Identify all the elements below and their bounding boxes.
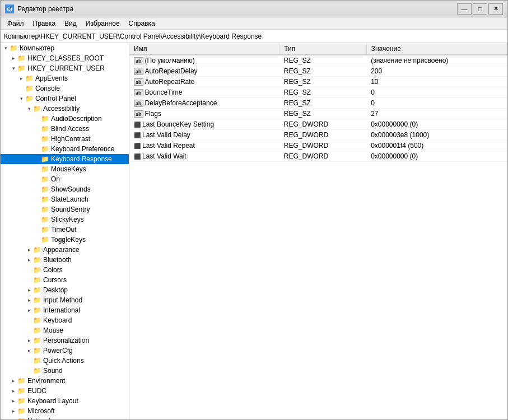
expand-icon-slatelaunch[interactable] bbox=[33, 195, 41, 203]
expand-icon-togglekeys[interactable] bbox=[33, 236, 41, 244]
expand-icon-appevents[interactable]: ▸ bbox=[17, 74, 25, 82]
expand-icon-bluetooth[interactable]: ▸ bbox=[25, 256, 33, 264]
table-row[interactable]: ab(По умолчанию)REG_SZ(значение не присв… bbox=[129, 55, 507, 66]
table-row[interactable]: abBounceTimeREG_SZ0 bbox=[129, 87, 507, 98]
expand-icon-personalization[interactable]: ▸ bbox=[25, 337, 33, 344]
tree-node-hkcu[interactable]: ▾📁HKEY_CURRENT_USER bbox=[1, 63, 129, 73]
expand-icon-console[interactable] bbox=[17, 85, 25, 92]
expand-icon-keyboard[interactable] bbox=[25, 316, 33, 324]
expand-icon-audiodescription[interactable] bbox=[33, 115, 41, 123]
expand-icon-mouse[interactable] bbox=[25, 326, 33, 334]
tree-node-international[interactable]: ▸📁International bbox=[1, 305, 129, 315]
expand-icon-inputmethod[interactable]: ▸ bbox=[25, 296, 33, 304]
expand-icon-eudc[interactable]: ▸ bbox=[10, 387, 17, 395]
tree-node-mouse[interactable]: 📁Mouse bbox=[1, 325, 129, 335]
tree-node-keyboardlayout[interactable]: ▸📁Keyboard Layout bbox=[1, 396, 129, 406]
table-row[interactable]: abAutoRepeatRateREG_SZ10 bbox=[129, 77, 507, 87]
menu-help[interactable]: Справка bbox=[124, 18, 160, 29]
menu-file[interactable]: Файл bbox=[3, 18, 29, 29]
tree-node-keyboard[interactable]: 📁Keyboard bbox=[1, 315, 129, 325]
menu-view[interactable]: Вид bbox=[60, 18, 81, 29]
tree-node-timeout[interactable]: 📁TimeOut bbox=[1, 225, 129, 235]
tree-node-blindaccess[interactable]: 📁Blind Access bbox=[1, 124, 129, 134]
expand-icon-accessibility[interactable]: ▾ bbox=[25, 105, 33, 113]
tree-node-inputmethod[interactable]: ▸📁Input Method bbox=[1, 295, 129, 305]
tree-node-on[interactable]: 📁On bbox=[1, 174, 129, 184]
col-name[interactable]: Имя bbox=[129, 43, 279, 55]
expand-icon-highcontrast[interactable] bbox=[33, 135, 41, 143]
expand-icon-showsounds[interactable] bbox=[33, 185, 41, 193]
tree-panel[interactable]: ▾📁Компьютер▸📁HKEY_CLASSES_ROOT▾📁HKEY_CUR… bbox=[1, 43, 129, 419]
tree-node-console[interactable]: 📁Console bbox=[1, 83, 129, 94]
table-row[interactable]: abFlagsREG_SZ27 bbox=[129, 109, 507, 119]
tree-node-keyboardpreference[interactable]: 📁Keyboard Preference bbox=[1, 144, 129, 154]
tree-node-sound[interactable]: 📁Sound bbox=[1, 366, 129, 376]
menu-favorites[interactable]: Избранное bbox=[81, 18, 124, 29]
tree-node-bluetooth[interactable]: ▸📁Bluetooth bbox=[1, 255, 129, 265]
expand-icon-powercfg[interactable]: ▸ bbox=[25, 347, 33, 354]
expand-icon-network[interactable]: ▸ bbox=[10, 417, 17, 419]
tree-node-colors[interactable]: 📁Colors bbox=[1, 265, 129, 275]
tree-node-eudc[interactable]: ▸📁EUDC bbox=[1, 386, 129, 396]
expand-icon-on[interactable] bbox=[33, 175, 41, 183]
expand-icon-mousekeys[interactable] bbox=[33, 165, 41, 173]
tree-node-hkcr[interactable]: ▸📁HKEY_CLASSES_ROOT bbox=[1, 53, 129, 63]
expand-icon-colors[interactable] bbox=[25, 266, 33, 274]
maximize-button[interactable]: □ bbox=[473, 3, 487, 15]
tree-node-controlpanel[interactable]: ▾📁Control Panel bbox=[1, 94, 129, 104]
tree-node-powercfg[interactable]: ▸📁PowerCfg bbox=[1, 346, 129, 356]
table-row[interactable]: ⬛Last Valid WaitREG_DWORD0x00000000 (0) bbox=[129, 151, 507, 162]
tree-node-personalization[interactable]: ▸📁Personalization bbox=[1, 335, 129, 346]
expand-icon-cursors[interactable] bbox=[25, 276, 33, 284]
tree-node-highcontrast[interactable]: 📁HighContrast bbox=[1, 134, 129, 144]
expand-icon-microsoft[interactable]: ▸ bbox=[10, 407, 17, 415]
tree-node-keyboardresponse[interactable]: 📁Keyboard Response bbox=[1, 154, 129, 164]
expand-icon-keyboardresponse[interactable] bbox=[33, 155, 41, 163]
expand-icon-soundsentry[interactable] bbox=[33, 206, 41, 213]
tree-node-slatelaunch[interactable]: 📁SlateLaunch bbox=[1, 194, 129, 204]
expand-icon-environment[interactable]: ▸ bbox=[10, 377, 17, 385]
tree-node-audiodescription[interactable]: 📁AudioDescription bbox=[1, 114, 129, 124]
tree-node-microsoft[interactable]: ▸📁Microsoft bbox=[1, 406, 129, 416]
expand-icon-hkcr[interactable]: ▸ bbox=[10, 54, 17, 62]
expand-icon-keyboardpreference[interactable] bbox=[33, 145, 41, 153]
tree-node-showsounds[interactable]: 📁ShowSounds bbox=[1, 184, 129, 194]
expand-icon-quickactions[interactable] bbox=[25, 357, 33, 365]
expand-icon-appearance[interactable]: ▸ bbox=[25, 246, 33, 254]
tree-node-quickactions[interactable]: 📁Quick Actions bbox=[1, 356, 129, 366]
expand-icon-international[interactable]: ▸ bbox=[25, 306, 33, 314]
table-row[interactable]: ⬛Last Valid RepeatREG_DWORD0x000001f4 (5… bbox=[129, 141, 507, 151]
close-button[interactable]: ✕ bbox=[488, 3, 503, 15]
tree-node-accessibility[interactable]: ▾📁Accessibility bbox=[1, 104, 129, 114]
tree-node-environment[interactable]: ▸📁Environment bbox=[1, 376, 129, 386]
expand-icon-sound[interactable] bbox=[25, 367, 33, 375]
folder-icon-accessibility: 📁 bbox=[33, 105, 41, 113]
tree-node-appearance[interactable]: ▸📁Appearance bbox=[1, 245, 129, 255]
menu-edit[interactable]: Правка bbox=[29, 18, 60, 29]
expand-icon-hkcu[interactable]: ▾ bbox=[10, 64, 17, 72]
tree-node-togglekeys[interactable]: 📁ToggleKeys bbox=[1, 235, 129, 245]
table-row[interactable]: abDelayBeforeAcceptanceREG_SZ0 bbox=[129, 98, 507, 109]
tree-node-network[interactable]: ▸📁Network bbox=[1, 416, 129, 419]
cell-value-6: 0x00000000 (0) bbox=[366, 119, 507, 130]
expand-icon-computer[interactable]: ▾ bbox=[2, 44, 10, 52]
tree-node-stickykeys[interactable]: 📁StickyKeys bbox=[1, 214, 129, 225]
tree-node-mousekeys[interactable]: 📁MouseKeys bbox=[1, 164, 129, 174]
table-row[interactable]: ⬛Last BounceKey SettingREG_DWORD0x000000… bbox=[129, 119, 507, 130]
col-type[interactable]: Тип bbox=[279, 43, 366, 55]
expand-icon-blindaccess[interactable] bbox=[33, 125, 41, 133]
tree-node-cursors[interactable]: 📁Cursors bbox=[1, 275, 129, 285]
expand-icon-keyboardlayout[interactable]: ▸ bbox=[10, 397, 17, 405]
expand-icon-desktop[interactable]: ▸ bbox=[25, 286, 33, 294]
tree-node-appevents[interactable]: ▸📁AppEvents bbox=[1, 73, 129, 83]
expand-icon-controlpanel[interactable]: ▾ bbox=[17, 95, 25, 102]
table-row[interactable]: ⬛Last Valid DelayREG_DWORD0x000003e8 (10… bbox=[129, 130, 507, 141]
expand-icon-stickykeys[interactable] bbox=[33, 216, 41, 223]
expand-icon-timeout[interactable] bbox=[33, 226, 41, 234]
minimize-button[interactable]: — bbox=[457, 3, 472, 15]
tree-node-soundsentry[interactable]: 📁SoundSentry bbox=[1, 204, 129, 214]
col-value[interactable]: Значение bbox=[366, 43, 507, 55]
table-row[interactable]: abAutoRepeatDelayREG_SZ200 bbox=[129, 66, 507, 77]
tree-node-desktop[interactable]: ▸📁Desktop bbox=[1, 285, 129, 295]
tree-node-computer[interactable]: ▾📁Компьютер bbox=[1, 43, 129, 53]
